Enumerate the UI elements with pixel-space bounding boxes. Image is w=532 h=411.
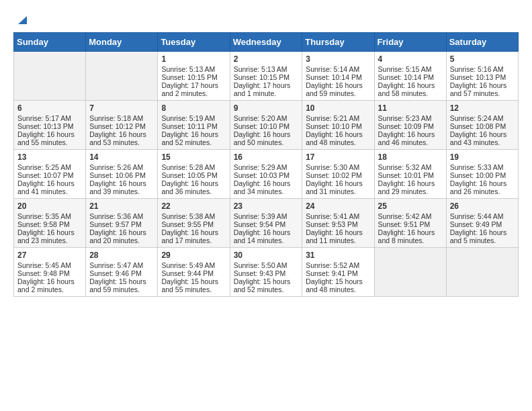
- daylight-text: Daylight: 16 hours and 36 minutes.: [161, 179, 226, 195]
- daylight-text: Daylight: 16 hours and 39 minutes.: [89, 179, 154, 195]
- day-number: 11: [378, 103, 443, 113]
- sunrise-text: Sunrise: 5:17 AM: [17, 114, 82, 122]
- day-number: 31: [306, 250, 370, 260]
- calendar-cell: 19Sunrise: 5:33 AMSunset: 10:00 PMDaylig…: [446, 149, 518, 198]
- sunrise-text: Sunrise: 5:20 AM: [234, 114, 299, 122]
- day-number: 10: [306, 103, 370, 113]
- sunrise-text: Sunrise: 5:50 AM: [234, 261, 299, 269]
- day-number: 29: [161, 250, 226, 260]
- sunrise-text: Sunrise: 5:13 AM: [234, 65, 299, 73]
- daylight-text: Daylight: 16 hours and 52 minutes.: [161, 130, 226, 146]
- sunset-text: Sunset: 9:55 PM: [161, 220, 226, 228]
- daylight-text: Daylight: 16 hours and 48 minutes.: [306, 130, 370, 146]
- sunset-text: Sunset: 9:46 PM: [89, 269, 154, 277]
- day-number: 30: [234, 250, 299, 260]
- sunrise-text: Sunrise: 5:49 AM: [161, 261, 226, 269]
- day-number: 7: [89, 103, 154, 113]
- weekday-header-wednesday: Wednesday: [230, 32, 302, 51]
- calendar-cell: [86, 51, 158, 100]
- daylight-text: Daylight: 16 hours and 46 minutes.: [378, 130, 443, 146]
- calendar-cell: 1Sunrise: 5:13 AMSunset: 10:15 PMDayligh…: [158, 51, 230, 100]
- sunset-text: Sunset: 10:07 PM: [17, 171, 82, 179]
- calendar-cell: 15Sunrise: 5:28 AMSunset: 10:05 PMDaylig…: [158, 149, 230, 198]
- sunset-text: Sunset: 9:44 PM: [161, 269, 226, 277]
- day-number: 2: [234, 54, 299, 64]
- sunset-text: Sunset: 10:14 PM: [378, 73, 443, 81]
- calendar-cell: 25Sunrise: 5:42 AMSunset: 9:51 PMDayligh…: [374, 198, 446, 247]
- logo: [13, 13, 27, 26]
- daylight-text: Daylight: 17 hours and 2 minutes.: [161, 81, 226, 97]
- calendar-cell: 7Sunrise: 5:18 AMSunset: 10:12 PMDayligh…: [86, 100, 158, 149]
- calendar-week-5: 27Sunrise: 5:45 AMSunset: 9:48 PMDayligh…: [14, 247, 519, 296]
- sunrise-text: Sunrise: 5:25 AM: [17, 163, 82, 171]
- calendar-cell: 18Sunrise: 5:32 AMSunset: 10:01 PMDaylig…: [374, 149, 446, 198]
- daylight-text: Daylight: 16 hours and 26 minutes.: [450, 179, 515, 195]
- day-number: 9: [234, 103, 299, 113]
- svg-marker-0: [18, 16, 27, 24]
- sunset-text: Sunset: 10:05 PM: [161, 171, 226, 179]
- calendar-cell: 26Sunrise: 5:44 AMSunset: 9:49 PMDayligh…: [446, 198, 518, 247]
- sunrise-text: Sunrise: 5:13 AM: [161, 65, 226, 73]
- calendar-cell: 20Sunrise: 5:35 AMSunset: 9:58 PMDayligh…: [14, 198, 86, 247]
- sunrise-text: Sunrise: 5:18 AM: [89, 114, 154, 122]
- calendar-cell: 11Sunrise: 5:23 AMSunset: 10:09 PMDaylig…: [374, 100, 446, 149]
- weekday-header-saturday: Saturday: [446, 32, 518, 51]
- calendar-cell: 2Sunrise: 5:13 AMSunset: 10:15 PMDayligh…: [230, 51, 302, 100]
- sunset-text: Sunset: 10:15 PM: [161, 73, 226, 81]
- sunrise-text: Sunrise: 5:14 AM: [306, 65, 370, 73]
- daylight-text: Daylight: 16 hours and 17 minutes.: [161, 228, 226, 244]
- day-number: 21: [89, 201, 154, 211]
- sunset-text: Sunset: 10:02 PM: [306, 171, 370, 179]
- sunrise-text: Sunrise: 5:29 AM: [234, 163, 299, 171]
- sunset-text: Sunset: 10:10 PM: [234, 122, 299, 130]
- calendar-cell: 21Sunrise: 5:36 AMSunset: 9:57 PMDayligh…: [86, 198, 158, 247]
- calendar-week-4: 20Sunrise: 5:35 AMSunset: 9:58 PMDayligh…: [14, 198, 519, 247]
- sunrise-text: Sunrise: 5:15 AM: [378, 65, 443, 73]
- daylight-text: Daylight: 16 hours and 53 minutes.: [89, 130, 154, 146]
- day-number: 26: [450, 201, 515, 211]
- sunset-text: Sunset: 10:11 PM: [161, 122, 226, 130]
- day-number: 18: [378, 152, 443, 162]
- day-number: 4: [378, 54, 443, 64]
- daylight-text: Daylight: 16 hours and 57 minutes.: [450, 81, 515, 97]
- sunrise-text: Sunrise: 5:21 AM: [306, 114, 370, 122]
- day-number: 13: [17, 152, 82, 162]
- sunset-text: Sunset: 10:13 PM: [450, 73, 515, 81]
- weekday-header-sunday: Sunday: [14, 32, 86, 51]
- calendar-cell: 4Sunrise: 5:15 AMSunset: 10:14 PMDayligh…: [374, 51, 446, 100]
- daylight-text: Daylight: 16 hours and 58 minutes.: [378, 81, 443, 97]
- daylight-text: Daylight: 16 hours and 2 minutes.: [17, 277, 82, 293]
- daylight-text: Daylight: 15 hours and 48 minutes.: [306, 277, 370, 293]
- sunset-text: Sunset: 9:54 PM: [234, 220, 299, 228]
- daylight-text: Daylight: 16 hours and 34 minutes.: [234, 179, 299, 195]
- daylight-text: Daylight: 15 hours and 59 minutes.: [89, 277, 154, 293]
- daylight-text: Daylight: 16 hours and 41 minutes.: [17, 179, 82, 195]
- day-number: 15: [161, 152, 226, 162]
- calendar-cell: 16Sunrise: 5:29 AMSunset: 10:03 PMDaylig…: [230, 149, 302, 198]
- sunrise-text: Sunrise: 5:35 AM: [17, 212, 82, 220]
- sunrise-text: Sunrise: 5:47 AM: [89, 261, 154, 269]
- sunset-text: Sunset: 9:57 PM: [89, 220, 154, 228]
- calendar-cell: [446, 247, 518, 296]
- day-number: 20: [17, 201, 82, 211]
- sunset-text: Sunset: 10:12 PM: [89, 122, 154, 130]
- day-number: 24: [306, 201, 370, 211]
- calendar-week-2: 6Sunrise: 5:17 AMSunset: 10:13 PMDayligh…: [14, 100, 519, 149]
- calendar-cell: [14, 51, 86, 100]
- sunset-text: Sunset: 10:01 PM: [378, 171, 443, 179]
- calendar-cell: 17Sunrise: 5:30 AMSunset: 10:02 PMDaylig…: [302, 149, 374, 198]
- sunrise-text: Sunrise: 5:44 AM: [450, 212, 515, 220]
- page-header: [13, 13, 519, 26]
- daylight-text: Daylight: 16 hours and 5 minutes.: [450, 228, 515, 244]
- daylight-text: Daylight: 16 hours and 11 minutes.: [306, 228, 370, 244]
- calendar-cell: 22Sunrise: 5:38 AMSunset: 9:55 PMDayligh…: [158, 198, 230, 247]
- day-number: 27: [17, 250, 82, 260]
- daylight-text: Daylight: 16 hours and 29 minutes.: [378, 179, 443, 195]
- calendar-cell: [374, 247, 446, 296]
- sunrise-text: Sunrise: 5:45 AM: [17, 261, 82, 269]
- calendar-cell: 27Sunrise: 5:45 AMSunset: 9:48 PMDayligh…: [14, 247, 86, 296]
- day-number: 12: [450, 103, 515, 113]
- calendar-week-1: 1Sunrise: 5:13 AMSunset: 10:15 PMDayligh…: [14, 51, 519, 100]
- sunrise-text: Sunrise: 5:30 AM: [306, 163, 370, 171]
- weekday-header-friday: Friday: [374, 32, 446, 51]
